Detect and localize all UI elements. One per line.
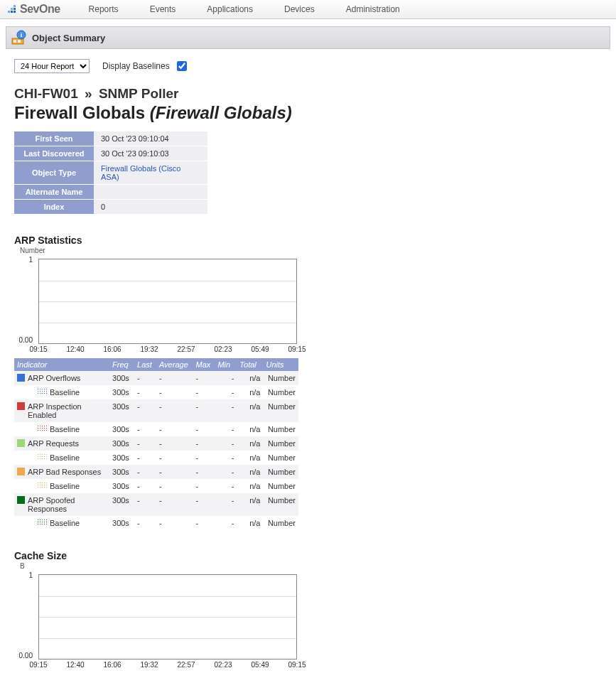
col-header[interactable]: Min [215,358,237,371]
plot-area [38,259,297,344]
baseline-row[interactable]: Baseline300s----n/aNumber [14,451,298,465]
top-nav: SevOne Reports Events Applications Devic… [0,0,616,19]
info-value: 0 [94,200,207,215]
baseline-row[interactable]: Baseline300s----n/aNumber [14,385,298,399]
info-row: First Seen30 Oct '23 09:10:04 [14,131,207,146]
chart-panel: ARP StatisticsNumber10.0009:1512:4016:06… [14,235,298,530]
info-value [94,185,207,200]
baseline-swatch-icon [37,425,47,431]
panel-subtitle: B [20,562,298,570]
baseline-label: Baseline [50,388,80,397]
panel-subtitle: Number [20,247,298,254]
indicator-name: ARP Overflows [28,374,107,382]
baseline-label: Baseline [50,453,80,462]
col-header[interactable]: Total [237,358,263,371]
info-key: First Seen [14,131,94,146]
indicator-row[interactable]: ARP Inspection Enabled300s----n/aNumber [14,399,298,422]
baseline-label: Baseline [50,425,80,434]
svg-rect-0 [8,11,10,13]
nav-devices[interactable]: Devices [269,4,330,14]
baseline-swatch-icon [37,519,47,525]
baseline-label: Baseline [50,519,80,527]
indicator-name: ARP Bad Responses [28,468,107,476]
baseline-label: Baseline [50,482,80,490]
info-link[interactable]: Firewall Globals (Cisco ASA) [101,164,180,181]
svg-rect-4 [13,8,16,10]
nav-administration[interactable]: Administration [330,4,416,14]
series-swatch-icon [17,468,25,475]
object-info-table: First Seen30 Oct '23 09:10:04Last Discov… [14,131,207,215]
baseline-swatch-icon [37,388,47,394]
indicator-table: IndicatorFreqLastAverageMaxMinTotalUnits… [14,358,298,530]
nav-reports[interactable]: Reports [73,4,134,14]
brand-logo[interactable]: SevOne [0,3,73,16]
svg-rect-1 [11,8,13,10]
col-header[interactable]: Units [263,358,298,371]
baseline-row[interactable]: Baseline300s----n/aNumber [14,516,298,530]
display-baselines-checkbox[interactable] [177,61,187,71]
series-swatch-icon [17,402,25,410]
indicator-row[interactable]: ARP Bad Responses300s----n/aNumber [14,465,298,479]
svg-rect-3 [13,5,16,7]
nav-applications[interactable]: Applications [191,4,269,14]
info-value: 30 Oct '23 09:10:04 [94,131,207,146]
breadcrumb-sep-icon: » [82,86,95,101]
col-header[interactable]: Average [156,358,193,371]
series-swatch-icon [17,496,25,504]
svg-rect-7 [13,40,16,43]
indicator-name: ARP Spoofed Responses [28,496,107,513]
baseline-swatch-icon [37,453,47,460]
panel-title: ARP Statistics [14,235,298,246]
object-heading: Firewall Globals (Firewall Globals) [14,103,602,123]
controls-row: 24 Hour Report Display Baselines [14,59,602,73]
indicator-row[interactable]: ARP Spoofed Responses300s----n/aNumber [14,493,298,516]
x-axis: 09:1512:4016:0619:3222:5702:2305:4909:15 [38,345,297,355]
breadcrumb-poller[interactable]: SNMP Poller [99,86,179,101]
object-summary-icon: i [11,30,26,45]
nav-events[interactable]: Events [134,4,192,14]
baseline-swatch-icon [37,482,47,488]
plot-area [38,574,297,659]
chart[interactable]: 10.0009:1512:4016:0619:3222:5702:2305:49… [14,571,298,671]
report-range-select[interactable]: 24 Hour Report [14,59,90,73]
svg-rect-5 [13,11,16,13]
page-title: Object Summary [32,33,105,43]
svg-rect-8 [18,40,21,43]
info-key: Last Discovered [14,146,94,161]
breadcrumb: CHI-FW01 » SNMP Poller [14,86,602,102]
panel-title: Cache Size [14,550,298,561]
series-swatch-icon [17,439,25,447]
indicator-row[interactable]: ARP Overflows300s----n/aNumber [14,371,298,385]
col-header[interactable]: Indicator [14,358,109,371]
indicator-name: ARP Inspection Enabled [28,402,107,419]
info-key: Object Type [14,161,94,185]
brand-logo-icon [7,4,17,14]
svg-rect-2 [11,11,13,13]
info-value: 30 Oct '23 09:10:03 [94,146,207,161]
col-header[interactable]: Freq [109,358,134,371]
indicator-row[interactable]: ARP Requests300s----n/aNumber [14,436,298,451]
breadcrumb-device[interactable]: CHI-FW01 [14,86,78,101]
info-key: Index [14,200,94,215]
brand-text: SevOne [20,3,60,16]
y-axis: 10.00 [14,571,36,659]
y-axis: 10.00 [14,256,36,344]
baseline-row[interactable]: Baseline300s----n/aNumber [14,479,298,493]
chart[interactable]: 10.0009:1512:4016:0619:3222:5702:2305:49… [14,256,298,355]
page-title-bar: i Object Summary [6,26,610,49]
info-row: Index0 [14,200,207,215]
info-value[interactable]: Firewall Globals (Cisco ASA) [94,161,207,185]
display-baselines-label[interactable]: Display Baselines [102,59,189,73]
chart-panel: Cache SizeB10.0009:1512:4016:0619:3222:5… [14,550,298,673]
series-swatch-icon [17,374,25,382]
info-row: Alternate Name [14,185,207,200]
info-row: Object TypeFirewall Globals (Cisco ASA) [14,161,207,185]
baseline-row[interactable]: Baseline300s----n/aNumber [14,422,298,436]
indicator-name: ARP Requests [28,439,107,448]
col-header[interactable]: Last [134,358,156,371]
info-row: Last Discovered30 Oct '23 09:10:03 [14,146,207,161]
info-key: Alternate Name [14,185,94,200]
col-header[interactable]: Max [193,358,215,371]
x-axis: 09:1512:4016:0619:3222:5702:2305:4909:15 [38,661,297,671]
